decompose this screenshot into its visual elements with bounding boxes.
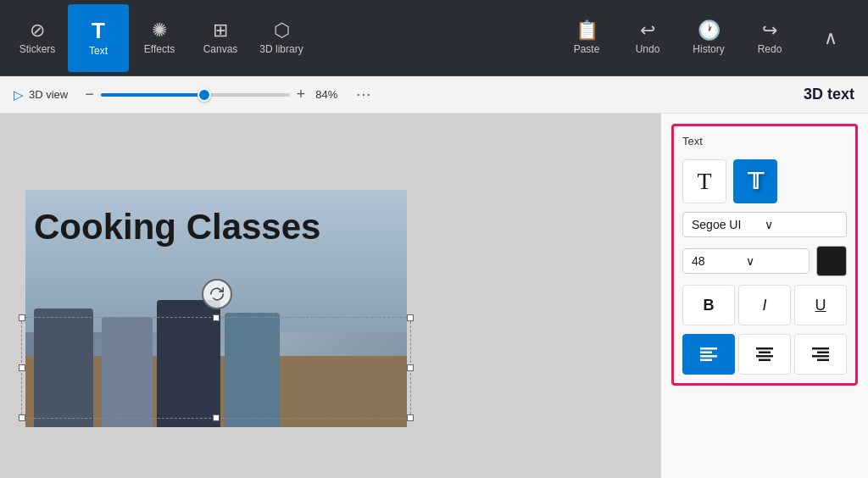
size-color-row: 48 ∨	[682, 246, 847, 276]
align-left-button[interactable]	[682, 334, 735, 375]
stickers-icon: ⊘	[30, 21, 45, 40]
svg-rect-9	[817, 352, 829, 354]
chevron-up-icon: ∧	[824, 29, 837, 47]
zoom-slider-fill	[101, 93, 205, 97]
bold-button[interactable]: B	[682, 285, 735, 325]
text-panel-highlighted: Text T 𝕋 Segoe UI ∨ 48 ∨	[671, 124, 858, 386]
zoom-increase-button[interactable]: +	[297, 86, 306, 103]
zoom-value-label: 84%	[315, 88, 346, 101]
text-icon: T	[92, 19, 105, 42]
redo-label: Redo	[758, 43, 782, 55]
zoom-slider-track[interactable]	[101, 93, 290, 97]
3d-text-button[interactable]: 𝕋	[733, 159, 777, 203]
plain-text-button[interactable]: T	[682, 159, 726, 203]
paste-label: Paste	[574, 43, 600, 55]
italic-icon: I	[762, 297, 766, 314]
svg-rect-5	[759, 352, 771, 354]
color-picker-swatch[interactable]	[816, 246, 847, 276]
toolbar-item-canvas[interactable]: ⊞ Canvas	[190, 4, 251, 72]
toolbar-item-undo[interactable]: ↩ Undo	[617, 4, 678, 72]
handle-top-left[interactable]	[19, 314, 25, 321]
svg-rect-7	[759, 359, 771, 362]
align-center-button[interactable]	[738, 334, 791, 375]
svg-rect-3	[700, 359, 712, 362]
handle-bottom-right[interactable]	[407, 414, 414, 421]
effects-icon: ✺	[152, 21, 167, 40]
toolbar-item-stickers[interactable]: ⊘ Stickers	[7, 4, 68, 72]
alignment-buttons-row	[682, 334, 847, 375]
zoom-slider-container: − +	[85, 86, 305, 103]
history-label: History	[693, 43, 724, 55]
format-buttons-row: B I U	[682, 285, 847, 325]
second-toolbar: ▷ 3D view − + 84% ··· 3D text	[0, 76, 868, 114]
3d-view-play-icon: ▷	[14, 87, 24, 103]
font-family-chevron: ∨	[765, 218, 837, 231]
align-center-icon	[756, 347, 773, 361]
redo-icon: ↪	[762, 21, 777, 40]
font-family-value: Segoe UI	[692, 218, 765, 231]
main-content-area: Cooking Classes Text T 𝕋	[0, 114, 868, 478]
canvas-text[interactable]: Cooking Classes	[25, 207, 407, 247]
rotate-handle[interactable]	[202, 279, 232, 309]
3d-text-icon: 𝕋	[748, 169, 763, 195]
panel-title: 3D text	[804, 86, 854, 103]
stickers-label: Stickers	[19, 43, 56, 55]
toolbar-right-group: 📋 Paste ↩ Undo 🕐 History ↪ Redo ∧	[556, 4, 861, 72]
main-toolbar: ⊘ Stickers T Text ✺ Effects ⊞ Canvas ⬡ 3…	[0, 0, 868, 76]
zoom-decrease-button[interactable]: −	[85, 86, 94, 103]
handle-bottom-left[interactable]	[19, 414, 25, 421]
toolbar-item-collapse[interactable]: ∧	[800, 4, 861, 72]
svg-rect-6	[756, 355, 773, 358]
effects-label: Effects	[144, 43, 175, 55]
text-label: Text	[89, 45, 108, 57]
align-left-icon	[700, 347, 717, 361]
toolbar-item-text[interactable]: T Text	[68, 4, 129, 72]
svg-rect-10	[812, 355, 829, 358]
svg-rect-8	[812, 347, 829, 350]
3d-view-label: 3D view	[29, 88, 68, 101]
more-options-button[interactable]: ···	[356, 86, 371, 103]
toolbar-left-group: ⊘ Stickers T Text ✺ Effects ⊞ Canvas ⬡ 3…	[7, 0, 312, 75]
svg-rect-2	[700, 355, 717, 358]
right-panel: Text T 𝕋 Segoe UI ∨ 48 ∨	[660, 114, 868, 478]
canvas-icon: ⊞	[213, 21, 228, 40]
font-size-dropdown[interactable]: 48 ∨	[682, 248, 810, 274]
svg-rect-1	[700, 352, 712, 354]
toolbar-item-3dlibrary[interactable]: ⬡ 3D library	[251, 4, 312, 72]
zoom-slider-thumb[interactable]	[198, 88, 211, 102]
underline-button[interactable]: U	[794, 285, 847, 325]
text-section-title: Text	[682, 135, 847, 147]
canvas-area[interactable]: Cooking Classes	[0, 114, 660, 478]
italic-button[interactable]: I	[738, 285, 791, 325]
undo-icon: ↩	[640, 21, 655, 40]
plain-text-icon: T	[697, 168, 711, 195]
history-icon: 🕐	[698, 21, 721, 40]
handle-right-middle[interactable]	[407, 364, 414, 371]
3dlibrary-icon: ⬡	[274, 21, 290, 40]
toolbar-item-effects[interactable]: ✺ Effects	[129, 4, 190, 72]
canvas-label: Canvas	[203, 43, 238, 55]
3d-view-button[interactable]: ▷ 3D view	[14, 87, 68, 103]
svg-rect-0	[700, 347, 717, 350]
handle-top-right[interactable]	[407, 314, 414, 321]
paste-icon: 📋	[576, 21, 598, 40]
font-size-chevron: ∨	[746, 254, 800, 268]
handle-left-middle[interactable]	[19, 364, 25, 371]
toolbar-item-history[interactable]: 🕐 History	[678, 4, 739, 72]
bold-icon: B	[704, 297, 715, 314]
svg-rect-11	[817, 359, 829, 362]
3dlibrary-label: 3D library	[259, 43, 303, 55]
align-right-button[interactable]	[794, 334, 847, 375]
font-size-value: 48	[692, 254, 746, 268]
text-type-row: T 𝕋	[682, 159, 847, 203]
font-family-dropdown[interactable]: Segoe UI ∨	[682, 212, 847, 237]
svg-rect-4	[756, 347, 773, 350]
align-right-icon	[812, 347, 829, 361]
toolbar-item-paste[interactable]: 📋 Paste	[556, 4, 617, 72]
underline-icon: U	[815, 297, 826, 314]
toolbar-item-redo[interactable]: ↪ Redo	[739, 4, 800, 72]
undo-label: Undo	[636, 43, 660, 55]
